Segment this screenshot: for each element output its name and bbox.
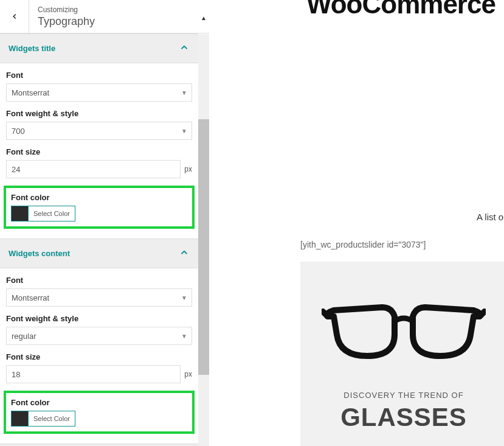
glasses-image — [322, 298, 486, 367]
section-additional-typography[interactable]: Additional typography options — [0, 444, 198, 446]
chevron-up-icon — [179, 247, 190, 260]
chevron-left-icon — [10, 12, 19, 21]
preview-shortcode: [yith_wc_productslider id="3073"] — [300, 240, 426, 249]
size-unit: px — [184, 165, 192, 173]
size-unit: px — [184, 370, 192, 378]
highlight-font-color-content: Font color Select Color — [4, 391, 195, 434]
header-subtitle: Customizing — [38, 5, 190, 14]
customizer-header: Customizing Typography ▲ — [0, 0, 209, 33]
color-picker-button[interactable]: Select Color — [11, 206, 75, 221]
section-widgets-content-body: Font Montserrat ▼ Font weight & style re… — [0, 268, 198, 444]
chevron-up-icon — [179, 42, 190, 55]
font-select[interactable]: Montserrat — [6, 83, 192, 102]
font-size-label: Font size — [6, 147, 192, 156]
font-weight-label: Font weight & style — [6, 314, 192, 323]
highlight-font-color-title: Font color Select Color — [4, 186, 195, 229]
font-size-input[interactable] — [6, 160, 181, 178]
product-card[interactable]: DISCOVERY THE TREND OF GLASSES — [300, 262, 504, 446]
scrollbar-thumb[interactable] — [198, 119, 209, 375]
preview-pane: WooCommerce Te A list o [yith_wc_product… — [209, 0, 504, 446]
product-card-tagline: DISCOVERY THE TREND OF — [300, 391, 504, 400]
product-card-heading: GLASSES — [300, 403, 504, 432]
scrollbar-track[interactable] — [198, 34, 209, 446]
font-weight-select[interactable]: 700 — [6, 122, 192, 140]
preview-page-title: WooCommerce Te — [306, 0, 504, 19]
font-size-input[interactable] — [6, 365, 181, 383]
section-widgets-content[interactable]: Widgets content — [0, 239, 198, 268]
section-widgets-title-body: Font Montserrat ▼ Font weight & style 70… — [0, 63, 198, 239]
font-color-label: Font color — [11, 398, 187, 407]
font-color-label: Font color — [11, 193, 187, 202]
color-picker-label: Select Color — [29, 415, 75, 422]
color-picker-label: Select Color — [29, 210, 75, 217]
collapse-arrow-icon[interactable]: ▲ — [198, 12, 209, 21]
section-widgets-title[interactable]: Widgets title — [0, 33, 198, 63]
font-select[interactable]: Montserrat — [6, 288, 192, 307]
font-label: Font — [6, 276, 192, 285]
font-weight-label: Font weight & style — [6, 109, 192, 118]
header-title: Typography — [38, 15, 190, 28]
font-weight-select[interactable]: regular — [6, 327, 192, 345]
color-picker-button[interactable]: Select Color — [11, 411, 75, 427]
font-size-label: Font size — [6, 352, 192, 361]
font-label: Font — [6, 71, 192, 80]
back-button[interactable] — [0, 0, 29, 33]
section-title-label: Widgets content — [9, 249, 70, 258]
section-title-label: Widgets title — [9, 44, 55, 53]
color-swatch — [12, 206, 29, 221]
preview-subtitle: A list o — [477, 212, 503, 222]
color-swatch — [12, 411, 29, 427]
